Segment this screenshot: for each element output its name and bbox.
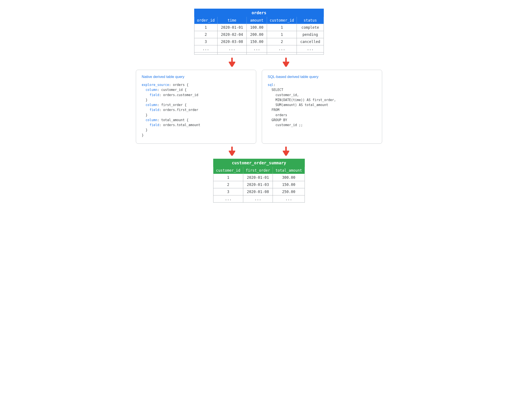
table-row: 3 2020-01-08 250.00 bbox=[213, 188, 305, 195]
arrow-down-icon bbox=[229, 147, 235, 156]
summary-table-title: customer_order_summary bbox=[213, 159, 305, 167]
summary-col-first-order: first_order bbox=[243, 167, 273, 174]
arrow-down-icon bbox=[229, 58, 235, 67]
summary-col-customer-id: customer_id bbox=[213, 167, 243, 174]
native-query-code: explore_source: orders { column: custome… bbox=[142, 82, 250, 138]
orders-col-status: status bbox=[297, 17, 324, 24]
table-row: 3 2020-03-08 150.00 2 cancelled bbox=[194, 38, 324, 45]
arrow-down-icon bbox=[283, 147, 289, 156]
summary-table: customer_order_summary customer_id first… bbox=[213, 159, 305, 202]
table-row: 1 2020-01-01 100.00 1 complete bbox=[194, 24, 324, 31]
native-query-panel: Native derived table query explore_sourc… bbox=[136, 70, 256, 144]
sql-panel-title: SQL-based derived table query bbox=[268, 75, 376, 79]
orders-table: orders order_id time amount customer_id … bbox=[194, 9, 324, 55]
table-row: 2 2020-01-03 150.00 bbox=[213, 181, 305, 188]
orders-table-title: orders bbox=[194, 9, 324, 17]
orders-col-amount: amount bbox=[247, 17, 267, 24]
code-panels-row: Native derived table query explore_sourc… bbox=[136, 70, 382, 144]
native-panel-title: Native derived table query bbox=[142, 75, 250, 79]
orders-col-time: time bbox=[217, 17, 246, 24]
arrows-bottom bbox=[136, 147, 382, 156]
arrow-down-icon bbox=[283, 58, 289, 67]
diagram-container: orders order_id time amount customer_id … bbox=[136, 9, 382, 202]
sql-query-code: sql: SELECT customer_id, MIN(DATE(time))… bbox=[268, 82, 376, 128]
table-row: 1 2020-01-01 300.00 bbox=[213, 174, 305, 181]
table-row: ... ... ... bbox=[213, 195, 305, 202]
orders-col-customer-id: customer_id bbox=[267, 17, 297, 24]
summary-col-total-amount: total_amount bbox=[273, 167, 305, 174]
orders-col-order-id: order_id bbox=[194, 17, 217, 24]
table-row: 2 2020-02-04 200.00 1 pending bbox=[194, 31, 324, 38]
table-row bbox=[194, 52, 324, 55]
table-row: ... ... ... ... ... bbox=[194, 45, 324, 52]
sql-query-panel: SQL-based derived table query sql: SELEC… bbox=[262, 70, 382, 144]
arrows-top bbox=[136, 58, 382, 67]
